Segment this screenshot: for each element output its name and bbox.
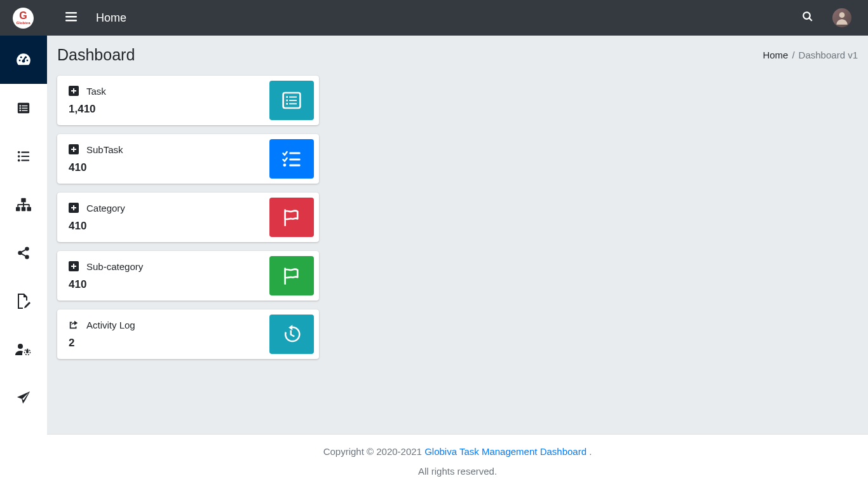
breadcrumb-home-link[interactable]: Home	[763, 50, 788, 60]
user-avatar[interactable]	[832, 8, 851, 27]
card-category-label: Category	[86, 203, 125, 214]
svg-point-38	[18, 344, 23, 349]
sidebar-item-subcategory[interactable]	[0, 229, 47, 277]
card-subcategory-label: Sub-category	[86, 261, 143, 272]
card-subcategory[interactable]: Sub-category 410	[57, 251, 319, 301]
svg-rect-25	[16, 207, 20, 211]
svg-rect-17	[22, 110, 27, 111]
card-category[interactable]: Category 410	[57, 193, 319, 242]
card-activity-value: 2	[69, 337, 263, 349]
brand-logo[interactable]: GGlobiva	[13, 8, 34, 29]
sidebar-item-activity[interactable]	[0, 277, 47, 325]
svg-rect-46	[289, 97, 297, 98]
card-subtask-icon-box	[269, 139, 314, 179]
flag-icon	[281, 208, 302, 227]
sidebar-item-subtasks[interactable]	[0, 132, 47, 180]
footer-suffix: .	[587, 446, 592, 457]
svg-rect-49	[286, 103, 288, 105]
search-button[interactable]	[802, 11, 813, 25]
page-title: Dashboard	[57, 46, 135, 64]
svg-point-5	[839, 12, 845, 18]
users-cog-icon	[15, 342, 32, 356]
svg-rect-27	[27, 207, 31, 211]
svg-rect-60	[71, 207, 76, 208]
list-alt-icon	[281, 90, 302, 111]
bars-icon	[65, 11, 77, 22]
svg-point-10	[22, 60, 25, 63]
card-activity-icon-box	[269, 315, 314, 354]
card-subtask-value: 410	[69, 161, 263, 174]
card-category-icon-box	[269, 198, 314, 237]
svg-rect-15	[22, 108, 27, 109]
footer: Copyright © 2020-2021 Globiva Task Manag…	[47, 434, 868, 488]
svg-rect-13	[22, 105, 27, 106]
avatar-icon	[834, 10, 850, 26]
card-subtask-label: SubTask	[86, 144, 123, 155]
svg-point-3	[803, 12, 810, 19]
sitemap-icon	[16, 198, 31, 212]
footer-link[interactable]: Globiva Task Management Dashboard	[424, 446, 587, 457]
footer-copyright: Copyright © 2020-2021	[323, 446, 425, 457]
card-subcategory-icon-box	[269, 256, 314, 295]
svg-line-37	[22, 254, 25, 256]
svg-rect-55	[289, 158, 300, 160]
card-task[interactable]: Task 1,410	[57, 76, 319, 125]
svg-rect-30	[17, 205, 18, 207]
svg-line-4	[809, 18, 812, 21]
svg-point-7	[20, 57, 22, 58]
breadcrumb-current: Dashboard v1	[799, 50, 858, 60]
sidebar	[0, 36, 47, 488]
svg-point-9	[27, 60, 29, 62]
svg-line-36	[22, 250, 25, 252]
card-category-value: 410	[69, 220, 263, 233]
card-task-icon-box	[269, 81, 314, 120]
plus-square-icon	[69, 144, 79, 154]
breadcrumb-separator: /	[792, 50, 794, 60]
svg-point-18	[18, 151, 20, 154]
file-edit-icon	[17, 294, 31, 309]
card-task-value: 1,410	[69, 103, 263, 116]
svg-rect-12	[20, 105, 21, 106]
sidebar-item-dashboard[interactable]	[0, 36, 47, 84]
card-activity-label: Activity Log	[86, 320, 135, 330]
svg-rect-2	[65, 20, 77, 22]
svg-rect-48	[289, 100, 297, 101]
sidebar-item-tasks[interactable]	[0, 84, 47, 132]
sidebar-item-users[interactable]	[0, 325, 47, 374]
tasks-icon	[281, 149, 302, 168]
svg-rect-47	[286, 100, 288, 102]
breadcrumb: Home/Dashboard v1	[763, 50, 858, 60]
svg-rect-26	[22, 207, 25, 211]
top-navbar: GGlobiva Home	[0, 0, 868, 36]
svg-rect-21	[21, 156, 29, 157]
svg-rect-43	[71, 90, 76, 92]
card-activity[interactable]: Activity Log 2	[57, 309, 319, 359]
list-alt-icon	[17, 101, 31, 115]
tachometer-icon	[15, 51, 32, 68]
plus-square-icon	[69, 86, 79, 96]
svg-rect-64	[71, 266, 76, 267]
svg-rect-32	[29, 205, 30, 207]
flag-icon	[281, 266, 302, 285]
svg-rect-0	[65, 12, 77, 14]
footer-rights: All rights reserved.	[57, 466, 858, 477]
navbar-title[interactable]: Home	[96, 11, 126, 25]
svg-point-6	[19, 60, 21, 62]
sidebar-item-send[interactable]	[0, 374, 47, 422]
svg-rect-19	[21, 151, 29, 152]
list-ul-icon	[17, 149, 31, 163]
svg-rect-23	[21, 159, 29, 161]
svg-point-56	[283, 163, 286, 166]
sidebar-item-category[interactable]	[0, 180, 47, 229]
menu-toggle-button[interactable]	[65, 11, 77, 24]
card-subcategory-value: 410	[69, 278, 263, 291]
main-content: Dashboard Home/Dashboard v1 Task 1,410	[47, 36, 868, 434]
svg-rect-45	[286, 96, 288, 98]
history-icon	[281, 324, 302, 344]
svg-rect-24	[21, 198, 25, 202]
paper-plane-icon	[17, 391, 31, 405]
share-square-icon	[69, 320, 79, 330]
card-subtask[interactable]: SubTask 410	[57, 134, 319, 184]
svg-rect-53	[71, 149, 76, 150]
svg-rect-1	[65, 16, 77, 18]
